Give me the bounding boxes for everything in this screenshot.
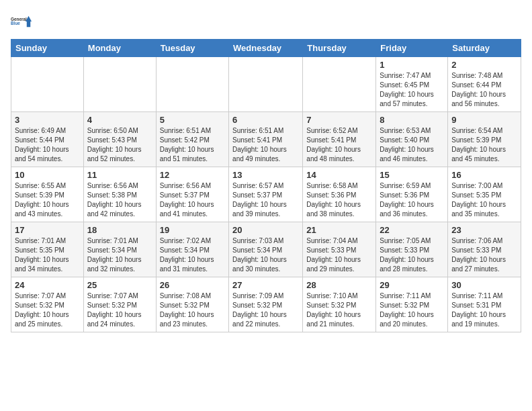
day-number: 5 — [160, 115, 225, 125]
col-header-sunday: Sunday — [11, 40, 84, 57]
day-number: 18 — [87, 225, 152, 235]
day-number: 4 — [87, 115, 152, 125]
day-cell — [303, 57, 376, 112]
day-number: 1 — [380, 60, 444, 70]
day-info: Sunrise: 6:55 AM Sunset: 5:39 PM Dayligh… — [15, 181, 80, 219]
week-row-3: 10Sunrise: 6:55 AM Sunset: 5:39 PM Dayli… — [11, 167, 521, 222]
day-cell: 19Sunrise: 7:02 AM Sunset: 5:34 PM Dayli… — [156, 222, 228, 277]
day-number: 15 — [380, 170, 444, 180]
day-info: Sunrise: 7:11 AM Sunset: 5:32 PM Dayligh… — [380, 291, 444, 329]
day-cell: 21Sunrise: 7:04 AM Sunset: 5:33 PM Dayli… — [303, 222, 376, 277]
day-info: Sunrise: 7:02 AM Sunset: 5:34 PM Dayligh… — [160, 236, 225, 274]
day-cell: 1Sunrise: 7:47 AM Sunset: 6:45 PM Daylig… — [376, 57, 448, 112]
day-number: 14 — [306, 170, 372, 180]
day-info: Sunrise: 7:03 AM Sunset: 5:34 PM Dayligh… — [232, 236, 299, 274]
day-cell: 6Sunrise: 6:51 AM Sunset: 5:41 PM Daylig… — [229, 112, 303, 167]
day-number: 19 — [160, 225, 225, 235]
day-number: 6 — [232, 115, 299, 125]
day-cell: 18Sunrise: 7:01 AM Sunset: 5:34 PM Dayli… — [83, 222, 156, 277]
day-info: Sunrise: 7:07 AM Sunset: 5:32 PM Dayligh… — [15, 291, 80, 329]
day-info: Sunrise: 7:06 AM Sunset: 5:33 PM Dayligh… — [451, 236, 517, 274]
week-row-5: 24Sunrise: 7:07 AM Sunset: 5:32 PM Dayli… — [11, 277, 521, 332]
day-number: 7 — [306, 115, 372, 125]
day-cell: 16Sunrise: 7:00 AM Sunset: 5:35 PM Dayli… — [448, 167, 521, 222]
day-cell: 26Sunrise: 7:08 AM Sunset: 5:32 PM Dayli… — [156, 277, 228, 332]
col-header-thursday: Thursday — [303, 40, 376, 57]
week-row-4: 17Sunrise: 7:01 AM Sunset: 5:35 PM Dayli… — [11, 222, 521, 277]
day-cell: 20Sunrise: 7:03 AM Sunset: 5:34 PM Dayli… — [229, 222, 303, 277]
day-number: 29 — [380, 280, 444, 290]
day-number: 20 — [232, 225, 299, 235]
day-info: Sunrise: 7:00 AM Sunset: 5:35 PM Dayligh… — [451, 181, 517, 219]
day-cell: 27Sunrise: 7:09 AM Sunset: 5:32 PM Dayli… — [229, 277, 303, 332]
day-number: 12 — [160, 170, 225, 180]
day-info: Sunrise: 7:07 AM Sunset: 5:32 PM Dayligh… — [87, 291, 152, 329]
col-header-monday: Monday — [83, 40, 156, 57]
day-number: 16 — [451, 170, 517, 180]
day-info: Sunrise: 7:01 AM Sunset: 5:35 PM Dayligh… — [15, 236, 80, 274]
day-info: Sunrise: 6:58 AM Sunset: 5:36 PM Dayligh… — [306, 181, 372, 219]
header-row: SundayMondayTuesdayWednesdayThursdayFrid… — [11, 40, 521, 57]
day-number: 25 — [87, 280, 152, 290]
day-cell: 15Sunrise: 6:59 AM Sunset: 5:36 PM Dayli… — [376, 167, 448, 222]
week-row-2: 3Sunrise: 6:49 AM Sunset: 5:44 PM Daylig… — [11, 112, 521, 167]
day-info: Sunrise: 6:56 AM Sunset: 5:37 PM Dayligh… — [160, 181, 225, 219]
day-cell: 12Sunrise: 6:56 AM Sunset: 5:37 PM Dayli… — [156, 167, 228, 222]
svg-text:Blue: Blue — [11, 21, 20, 26]
day-info: Sunrise: 7:09 AM Sunset: 5:32 PM Dayligh… — [232, 291, 299, 329]
day-number: 17 — [15, 225, 80, 235]
day-cell — [83, 57, 156, 112]
day-number: 28 — [306, 280, 372, 290]
day-number: 27 — [232, 280, 299, 290]
day-info: Sunrise: 7:01 AM Sunset: 5:34 PM Dayligh… — [87, 236, 152, 274]
day-cell: 17Sunrise: 7:01 AM Sunset: 5:35 PM Dayli… — [11, 222, 84, 277]
day-number: 3 — [15, 115, 80, 125]
day-number: 21 — [306, 225, 372, 235]
day-info: Sunrise: 7:10 AM Sunset: 5:32 PM Dayligh… — [306, 291, 372, 329]
day-number: 22 — [380, 225, 444, 235]
day-info: Sunrise: 7:05 AM Sunset: 5:33 PM Dayligh… — [380, 236, 444, 274]
day-info: Sunrise: 7:48 AM Sunset: 6:44 PM Dayligh… — [451, 71, 517, 109]
day-info: Sunrise: 6:57 AM Sunset: 5:37 PM Dayligh… — [232, 181, 299, 219]
day-number: 9 — [451, 115, 517, 125]
day-info: Sunrise: 7:08 AM Sunset: 5:32 PM Dayligh… — [160, 291, 225, 329]
col-header-saturday: Saturday — [448, 40, 521, 57]
day-info: Sunrise: 6:53 AM Sunset: 5:40 PM Dayligh… — [380, 126, 444, 164]
day-cell: 2Sunrise: 7:48 AM Sunset: 6:44 PM Daylig… — [448, 57, 521, 112]
calendar-table: SundayMondayTuesdayWednesdayThursdayFrid… — [11, 39, 521, 332]
day-cell: 13Sunrise: 6:57 AM Sunset: 5:37 PM Dayli… — [229, 167, 303, 222]
day-cell: 7Sunrise: 6:52 AM Sunset: 5:41 PM Daylig… — [303, 112, 376, 167]
day-cell: 9Sunrise: 6:54 AM Sunset: 5:39 PM Daylig… — [448, 112, 521, 167]
day-cell: 30Sunrise: 7:11 AM Sunset: 5:31 PM Dayli… — [448, 277, 521, 332]
day-number: 10 — [15, 170, 80, 180]
day-cell: 14Sunrise: 6:58 AM Sunset: 5:36 PM Dayli… — [303, 167, 376, 222]
logo-icon: GeneralBlue — [11, 11, 32, 32]
day-cell: 5Sunrise: 6:51 AM Sunset: 5:42 PM Daylig… — [156, 112, 228, 167]
svg-text:General: General — [11, 17, 27, 21]
day-cell: 23Sunrise: 7:06 AM Sunset: 5:33 PM Dayli… — [448, 222, 521, 277]
day-info: Sunrise: 7:04 AM Sunset: 5:33 PM Dayligh… — [306, 236, 372, 274]
header: GeneralBlue — [11, 11, 521, 32]
day-number: 26 — [160, 280, 225, 290]
day-number: 24 — [15, 280, 80, 290]
day-cell: 4Sunrise: 6:50 AM Sunset: 5:43 PM Daylig… — [83, 112, 156, 167]
day-number: 23 — [451, 225, 517, 235]
day-cell: 8Sunrise: 6:53 AM Sunset: 5:40 PM Daylig… — [376, 112, 448, 167]
day-cell: 10Sunrise: 6:55 AM Sunset: 5:39 PM Dayli… — [11, 167, 84, 222]
col-header-tuesday: Tuesday — [156, 40, 228, 57]
day-cell: 11Sunrise: 6:56 AM Sunset: 5:38 PM Dayli… — [83, 167, 156, 222]
day-info: Sunrise: 6:54 AM Sunset: 5:39 PM Dayligh… — [451, 126, 517, 164]
week-row-1: 1Sunrise: 7:47 AM Sunset: 6:45 PM Daylig… — [11, 57, 521, 112]
day-cell: 3Sunrise: 6:49 AM Sunset: 5:44 PM Daylig… — [11, 112, 84, 167]
day-cell: 28Sunrise: 7:10 AM Sunset: 5:32 PM Dayli… — [303, 277, 376, 332]
day-cell — [229, 57, 303, 112]
day-cell: 25Sunrise: 7:07 AM Sunset: 5:32 PM Dayli… — [83, 277, 156, 332]
day-info: Sunrise: 6:52 AM Sunset: 5:41 PM Dayligh… — [306, 126, 372, 164]
day-info: Sunrise: 6:56 AM Sunset: 5:38 PM Dayligh… — [87, 181, 152, 219]
day-info: Sunrise: 6:49 AM Sunset: 5:44 PM Dayligh… — [15, 126, 80, 164]
day-info: Sunrise: 6:50 AM Sunset: 5:43 PM Dayligh… — [87, 126, 152, 164]
day-cell — [156, 57, 228, 112]
day-cell: 29Sunrise: 7:11 AM Sunset: 5:32 PM Dayli… — [376, 277, 448, 332]
col-header-wednesday: Wednesday — [229, 40, 303, 57]
day-cell: 24Sunrise: 7:07 AM Sunset: 5:32 PM Dayli… — [11, 277, 84, 332]
